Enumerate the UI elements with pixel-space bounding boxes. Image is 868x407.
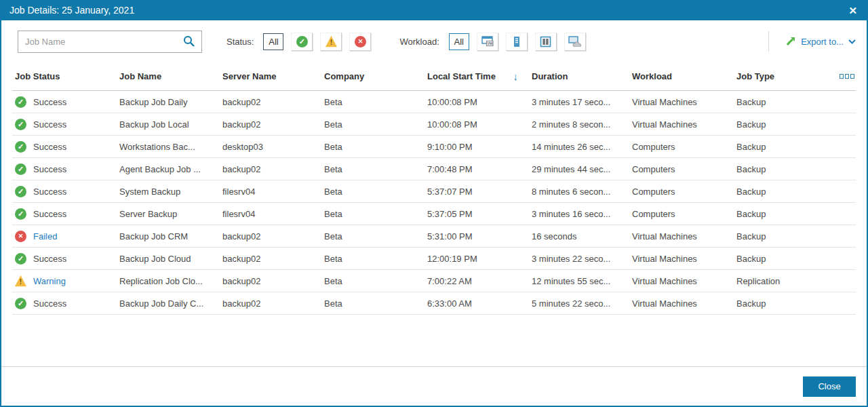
- warning-icon: [15, 275, 26, 287]
- table-row[interactable]: Success Backup Job Cloud backup02 Beta 1…: [12, 248, 856, 270]
- success-icon: [15, 163, 26, 175]
- warning-icon: [326, 36, 337, 47]
- job-status-text: Success: [33, 209, 66, 219]
- job-details-dialog: Job Details: 25 January, 2021 ✕ Status: …: [0, 0, 868, 407]
- table-row[interactable]: Success System Backup filesrv04 Beta 5:3…: [12, 180, 856, 203]
- job-name-search: [18, 31, 202, 53]
- job-status-text: Success: [33, 97, 66, 107]
- status-filter-failed-button[interactable]: [349, 33, 371, 51]
- close-icon[interactable]: ✕: [848, 5, 857, 16]
- table-row[interactable]: Success Workstations Bac... desktop03 Be…: [12, 136, 856, 158]
- column-header-job-name[interactable]: Job Name: [117, 71, 220, 81]
- job-status-text: Success: [33, 119, 66, 130]
- table-row[interactable]: Warning Replication Job Clo... backup02 …: [12, 270, 856, 292]
- job-status-link[interactable]: Failed: [33, 231, 57, 241]
- column-header-local-start-time[interactable]: Local Start Time ↓: [425, 71, 529, 82]
- cloud-icon: [568, 36, 581, 47]
- dialog-title: Job Details: 25 January, 2021: [9, 5, 134, 16]
- workload-filter-all-button[interactable]: All: [449, 33, 469, 50]
- column-header-company[interactable]: Company: [321, 71, 425, 81]
- column-header-server-name[interactable]: Server Name: [220, 71, 321, 81]
- workload-filter-label: Workload:: [399, 37, 439, 47]
- success-icon: [15, 96, 26, 108]
- column-chooser-icon[interactable]: [831, 74, 856, 79]
- jobs-table: Job Status Job Name Server Name Company …: [12, 62, 856, 315]
- success-icon: [15, 253, 26, 265]
- export-arrow-icon: [785, 36, 796, 47]
- column-header-job-status[interactable]: Job Status: [12, 71, 117, 81]
- dialog-footer: Close: [1, 366, 867, 406]
- status-filter-success-button[interactable]: [291, 33, 313, 51]
- search-button[interactable]: [177, 31, 201, 52]
- job-status-text: Success: [33, 298, 66, 309]
- table-row[interactable]: Success Backup Job Daily backup02 Beta 1…: [12, 91, 856, 113]
- success-icon: [15, 186, 26, 197]
- success-icon: [15, 208, 26, 220]
- dialog-titlebar: Job Details: 25 January, 2021 ✕: [1, 0, 867, 20]
- table-row[interactable]: Failed Backup Job CRM backup02 Beta 5:31…: [12, 225, 856, 248]
- computers-icon: [540, 36, 551, 47]
- sort-desc-icon: ↓: [513, 71, 530, 82]
- chevron-down-icon[interactable]: [848, 39, 856, 44]
- workload-filter-cloud-button[interactable]: [564, 33, 586, 51]
- vm-icon: VM: [481, 36, 494, 47]
- job-status-text: Success: [33, 254, 66, 264]
- workload-filter-server-button[interactable]: [506, 33, 528, 51]
- workload-filter-computers-button[interactable]: [535, 33, 557, 51]
- job-status-text: Success: [33, 142, 66, 152]
- job-status-link[interactable]: Warning: [33, 276, 66, 286]
- toolbar-divider: [768, 31, 769, 52]
- job-status-text: Success: [33, 164, 66, 174]
- success-icon: [15, 119, 26, 130]
- table-row[interactable]: Success Backup Job Local backup02 Beta 1…: [12, 113, 856, 136]
- workload-filter-vm-button[interactable]: VM: [477, 33, 498, 51]
- job-status-text: Success: [33, 187, 66, 197]
- export-to-button[interactable]: Export to...: [801, 37, 844, 47]
- column-header-duration[interactable]: Duration: [529, 71, 629, 81]
- column-header-workload[interactable]: Workload: [629, 71, 734, 81]
- table-row[interactable]: Success Agent Backup Job ... backup02 Be…: [12, 158, 856, 180]
- table-row[interactable]: Success Server Backup filesrv04 Beta 5:3…: [12, 203, 856, 225]
- search-input[interactable]: [18, 37, 177, 47]
- status-filter-all-button[interactable]: All: [263, 33, 283, 50]
- success-icon: [296, 36, 308, 47]
- export-group: Export to...: [768, 31, 856, 52]
- server-icon: [511, 36, 522, 47]
- filter-toolbar: Status: All Workload: All VM: [1, 20, 867, 62]
- success-icon: [15, 141, 26, 153]
- success-icon: [15, 298, 26, 309]
- status-filter-label: Status:: [226, 37, 254, 47]
- close-button[interactable]: Close: [803, 376, 856, 397]
- table-header-row: Job Status Job Name Server Name Company …: [12, 62, 856, 91]
- svg-text:VM: VM: [487, 41, 493, 45]
- column-header-job-type[interactable]: Job Type: [734, 71, 831, 81]
- failed-icon: [355, 36, 366, 47]
- failed-icon: [15, 231, 26, 242]
- search-icon: [183, 35, 195, 47]
- status-filter-warning-button[interactable]: [320, 33, 342, 51]
- table-row[interactable]: Success Backup Job Daily C... backup02 B…: [12, 292, 856, 315]
